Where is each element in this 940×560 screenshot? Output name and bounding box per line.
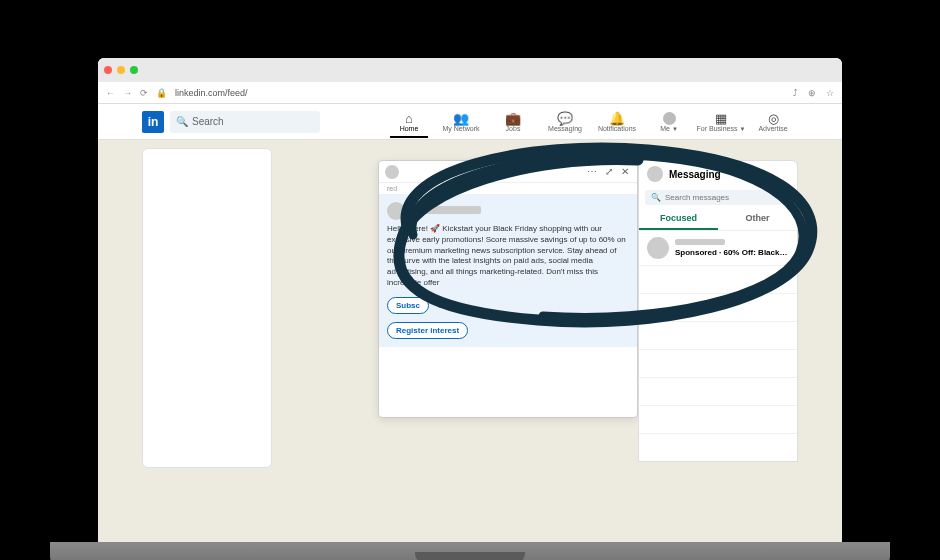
conversation-name-placeholder bbox=[675, 239, 725, 245]
forward-icon[interactable]: → bbox=[123, 88, 132, 98]
bookmark-icon[interactable]: ☆ bbox=[826, 88, 834, 98]
message-body: Hello there! 🚀 Kickstart your Black Frid… bbox=[387, 224, 629, 289]
list-item bbox=[639, 405, 797, 433]
nav-network-label: My Network bbox=[443, 125, 480, 132]
share-icon[interactable]: ⤴ bbox=[793, 88, 798, 98]
nav-advertise[interactable]: ◎ Advertise bbox=[748, 109, 798, 134]
window-min-dot[interactable] bbox=[117, 66, 125, 74]
window-close-dot[interactable] bbox=[104, 66, 112, 74]
nav-jobs-label: Jobs bbox=[506, 125, 521, 132]
self-avatar-icon bbox=[647, 166, 663, 182]
list-item bbox=[639, 433, 797, 461]
home-icon: ⌂ bbox=[405, 111, 413, 125]
nav-messaging[interactable]: 💬 Messaging bbox=[540, 109, 590, 134]
nav-business-label: For Business bbox=[697, 125, 738, 132]
text-underline bbox=[439, 302, 473, 308]
nav-business[interactable]: ▦ For Business▼ bbox=[696, 109, 746, 134]
window-max-dot[interactable] bbox=[130, 66, 138, 74]
url-text[interactable]: linkedin.com/feed/ bbox=[175, 88, 785, 98]
nav-notifications[interactable]: 🔔 Notifications bbox=[592, 109, 642, 134]
sender-avatar-icon bbox=[385, 165, 399, 179]
message-footer bbox=[379, 347, 637, 417]
linkedin-body: ⋯ ⤢ ✕ red Hello there! 🚀 Kickstart your … bbox=[98, 140, 842, 550]
browser-address-bar: ← → ⟳ 🔒 linkedin.com/feed/ ⤴ ⊕ ☆ bbox=[98, 82, 842, 104]
nav-me[interactable]: Me▼ bbox=[644, 109, 694, 134]
conversation-avatar-icon bbox=[647, 237, 669, 259]
list-item bbox=[639, 321, 797, 349]
search-icon: 🔍 bbox=[651, 193, 661, 202]
register-interest-button[interactable]: Register interest bbox=[387, 322, 468, 339]
search-placeholder: Search bbox=[192, 116, 224, 127]
more-icon[interactable]: ⋯ bbox=[585, 166, 599, 177]
bell-icon: 🔔 bbox=[609, 111, 625, 125]
grid-icon: ▦ bbox=[715, 111, 727, 125]
messaging-title: Messaging bbox=[669, 169, 721, 180]
sponsored-label: red bbox=[379, 183, 637, 194]
nav-jobs[interactable]: 💼 Jobs bbox=[488, 109, 538, 134]
conversation-item[interactable]: Sponsored · 60% Off: Black Fri bbox=[639, 231, 797, 265]
nav-messaging-label: Messaging bbox=[548, 125, 582, 132]
left-rail-card bbox=[142, 148, 272, 468]
nav-home[interactable]: ⌂ Home bbox=[384, 109, 434, 134]
list-item bbox=[639, 377, 797, 405]
target-icon: ◎ bbox=[768, 111, 779, 125]
linkedin-logo[interactable]: in bbox=[142, 111, 164, 133]
reload-icon[interactable]: ⟳ bbox=[140, 88, 148, 98]
messaging-panel: Messaging 🔍 Search messages Focused Othe… bbox=[638, 160, 798, 462]
tab-focused[interactable]: Focused bbox=[639, 208, 718, 230]
messaging-search-placeholder: Search messages bbox=[665, 193, 729, 202]
people-icon: 👥 bbox=[453, 111, 469, 125]
shield-icon[interactable]: ⊕ bbox=[808, 88, 816, 98]
collapse-icon[interactable]: ⤢ bbox=[603, 166, 615, 177]
sender-name-placeholder bbox=[411, 206, 481, 214]
search-input[interactable]: 🔍 Search bbox=[170, 111, 320, 133]
briefcase-icon: 💼 bbox=[505, 111, 521, 125]
sponsored-inmail-window: ⋯ ⤢ ✕ red Hello there! 🚀 Kickstart your … bbox=[378, 160, 638, 418]
chat-icon: 💬 bbox=[557, 111, 573, 125]
nav-network[interactable]: 👥 My Network bbox=[436, 109, 486, 134]
close-icon[interactable]: ✕ bbox=[619, 166, 631, 177]
nav-me-label: Me bbox=[660, 125, 670, 132]
chevron-down-icon: ▼ bbox=[739, 126, 745, 132]
me-avatar-icon bbox=[663, 112, 676, 125]
tab-other[interactable]: Other bbox=[718, 208, 797, 230]
sender-avatar-icon bbox=[387, 202, 405, 220]
lock-icon: 🔒 bbox=[156, 88, 167, 98]
nav-advertise-label: Advertise bbox=[758, 125, 787, 132]
nav-home-label: Home bbox=[400, 125, 419, 132]
list-item bbox=[639, 349, 797, 377]
list-item bbox=[639, 265, 797, 293]
back-icon[interactable]: ← bbox=[106, 88, 115, 98]
messaging-search-input[interactable]: 🔍 Search messages bbox=[645, 190, 791, 205]
subscribe-button[interactable]: Subsc bbox=[387, 297, 429, 314]
conversation-subline: Sponsored · 60% Off: Black Fri bbox=[675, 248, 789, 257]
chevron-down-icon: ▼ bbox=[672, 126, 678, 132]
linkedin-top-nav: in 🔍 Search ⌂ Home 👥 My Network 💼 bbox=[98, 104, 842, 140]
list-item bbox=[639, 293, 797, 321]
browser-tabbar bbox=[98, 58, 842, 82]
nav-notifications-label: Notifications bbox=[598, 125, 636, 132]
search-icon: 🔍 bbox=[176, 116, 188, 127]
